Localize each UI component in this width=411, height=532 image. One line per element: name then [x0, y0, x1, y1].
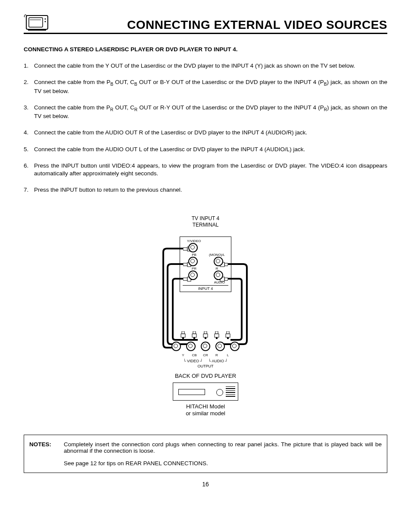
svg-rect-1 — [29, 18, 43, 27]
jack-icon — [214, 271, 223, 280]
svg-point-3 — [45, 19, 46, 20]
jack-label: R — [206, 267, 228, 271]
page-header: CONNECTING EXTERNAL VIDEO SOURCES — [24, 13, 387, 34]
jack-icon — [188, 243, 198, 252]
instruction-step: Connect the cable from the AUDIO OUT R o… — [24, 129, 387, 137]
tv-icon — [24, 13, 50, 32]
dvd-player-icon — [173, 383, 238, 401]
panel-name-label: INPUT 4 — [183, 286, 228, 291]
notes-label: NOTES: — [29, 441, 64, 467]
page-number: 16 — [24, 481, 387, 488]
page-title: CONNECTING EXTERNAL VIDEO SOURCES — [127, 18, 387, 32]
jack-label: PB — [183, 253, 206, 257]
jack-icon — [214, 257, 223, 266]
instruction-step: Press the INPUT button until VIDEO:4 app… — [24, 162, 387, 177]
jack-icon — [188, 271, 198, 280]
dvd-model-caption: HITACHI Model or similar model — [141, 403, 270, 417]
instruction-step: Connect the cable from the AUDIO OUT L o… — [24, 146, 387, 153]
instruction-step: Press the INPUT button to return to the … — [24, 186, 387, 194]
notes-body: Completely insert the connection cord pl… — [64, 441, 382, 467]
section-heading: CONNECTING A STEREO LASERDISC PLAYER OR … — [24, 46, 387, 53]
jack-icon — [188, 257, 198, 266]
jack-label: (MONO)/L — [206, 253, 228, 257]
jack-label: PR — [183, 267, 206, 271]
jack-label: AUDIO — [183, 281, 228, 284]
instruction-step: Connect the cable from the Y OUT of the … — [24, 62, 387, 70]
svg-rect-5 — [28, 29, 46, 31]
diagram-tv-title: TV INPUT 4 TERMINAL — [141, 215, 270, 228]
jack-label: Y/VIDEO — [183, 240, 228, 243]
instruction-step: Connect the cable from the PB OUT, CB OU… — [24, 78, 387, 95]
dvd-caption: BACK OF DVD PLAYER — [141, 373, 270, 379]
instruction-list: Connect the cable from the Y OUT of the … — [24, 62, 387, 194]
notes-box: NOTES: Completely insert the connection … — [24, 435, 387, 473]
instruction-step: Connect the cable from the PR OUT, CR OU… — [24, 104, 387, 121]
connection-diagram: TV INPUT 4 TERMINAL Y/VIDE — [141, 215, 270, 417]
svg-point-4 — [45, 21, 46, 22]
